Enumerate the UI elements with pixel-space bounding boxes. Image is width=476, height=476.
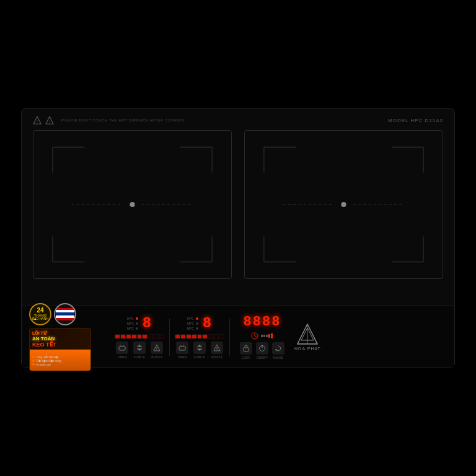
right-level-label-1: HPC — [187, 317, 194, 320]
separator-2 — [229, 319, 230, 356]
right-timer-btn[interactable]: TIMER — [176, 342, 188, 359]
right-seg-8 — [214, 335, 218, 338]
right-level-dot-1 — [196, 317, 198, 320]
left-level-label-3: MFC — [127, 327, 134, 330]
left-level-label-2: MFC — [127, 322, 134, 325]
right-burner-section: HPC MFC MFC 8 — [175, 315, 224, 359]
left-timer-btn[interactable]: TIMER — [116, 342, 128, 359]
right-boost-btn[interactable]: BOOST — [211, 342, 223, 359]
left-level-dot-3 — [136, 327, 138, 330]
left-timer-label: TIMER — [117, 355, 127, 359]
thailand-flag — [56, 308, 74, 320]
right-timer-icon — [176, 342, 188, 354]
svg-text:!: ! — [37, 119, 38, 124]
warning-triangle2-icon: ! — [45, 116, 54, 125]
right-timer-label: TIMER — [177, 355, 187, 359]
left-seg-4 — [132, 335, 136, 338]
right-power-bar — [175, 334, 224, 339]
right-func-btn[interactable]: FUNC.F — [193, 342, 206, 359]
svg-rect-51 — [271, 333, 273, 338]
svg-text:!: ! — [49, 119, 50, 124]
left-func-btn[interactable]: FUNC.F — [133, 342, 146, 359]
badge-row-top: 24 THÁNG BẢO HÀNH — [29, 303, 110, 325]
left-digit-display: 8 — [142, 315, 152, 332]
right-seg-7 — [208, 335, 213, 338]
pause-icon — [272, 342, 284, 355]
timer-display: 8888 — [244, 314, 281, 330]
svg-point-23 — [341, 202, 346, 207]
left-burner-buttons: TIMER FUNC.F BOOST — [116, 342, 163, 359]
warning-triangle-icon: ! — [33, 116, 42, 125]
lock-icon — [240, 342, 252, 355]
svg-rect-48 — [263, 335, 265, 337]
warning-text: PLEASE DON'T TOUCH THE HOT SURFACE AFTER… — [61, 118, 185, 122]
right-zone — [244, 130, 443, 279]
left-seg-7 — [148, 335, 152, 338]
right-control-buttons: LOCK ON/OFF PAUSE — [240, 342, 284, 359]
left-func-icon — [133, 342, 146, 354]
left-level-dot-2 — [136, 322, 138, 325]
left-timer-icon — [116, 342, 128, 354]
left-seg-3 — [126, 335, 131, 338]
right-seg-5 — [198, 335, 202, 338]
brand-name: HOA PHAT — [294, 346, 321, 351]
promo-item-3: An toàn cao — [32, 363, 88, 366]
promo-items: Tăng tuổi thọ bếp Tiết kiệm điện năng An… — [32, 356, 88, 367]
left-func-label: FUNC.F — [134, 355, 145, 359]
left-boost-icon — [151, 342, 163, 354]
left-zone — [33, 130, 232, 279]
left-power-track — [115, 334, 164, 339]
right-level-indicators: HPC MFC MFC — [187, 317, 198, 330]
svg-marker-40 — [198, 345, 201, 346]
left-seg-2 — [121, 335, 125, 338]
svg-rect-47 — [261, 335, 263, 337]
left-boost-btn[interactable]: BOOST — [151, 342, 163, 359]
left-burner-display: HPC MFC MFC 8 — [127, 315, 152, 332]
timer-bars-icon — [261, 333, 273, 338]
svg-rect-26 — [119, 346, 125, 350]
promo-title: LÕI TỪ — [32, 331, 88, 336]
cooktop: ! ! PLEASE DON'T TOUCH THE HOT SURFACE A… — [21, 108, 455, 368]
model-text: MODEL HPC D21A2 — [388, 118, 443, 123]
svg-line-46 — [255, 336, 257, 337]
svg-point-12 — [130, 202, 134, 207]
warranty-badge: 24 THÁNG BẢO HÀNH — [29, 303, 51, 325]
left-seg-8 — [154, 335, 158, 338]
warranty-label: BẢO HÀNH — [32, 317, 48, 320]
right-boost-icon — [211, 342, 223, 354]
warning-icons: ! ! PLEASE DON'T TOUCH THE HOT SURFACE A… — [33, 116, 185, 125]
promo-item-2: Tiết kiệm điện năng — [32, 359, 88, 363]
right-func-icon — [193, 342, 206, 354]
svg-marker-31 — [138, 345, 141, 346]
left-seg-5 — [138, 335, 142, 338]
right-burner-buttons: TIMER FUNC.F BOOST — [176, 342, 223, 359]
svg-marker-41 — [198, 349, 201, 351]
pause-label: PAUSE — [273, 356, 284, 359]
left-power-bar — [115, 334, 164, 339]
lock-btn[interactable]: LOCK — [240, 342, 252, 359]
right-zone-lines — [245, 131, 443, 278]
lock-label: LOCK — [242, 356, 250, 359]
promo-item-1: Tăng tuổi thọ bếp — [32, 356, 88, 359]
right-power-track — [175, 334, 224, 339]
pause-btn[interactable]: PAUSE — [272, 342, 284, 359]
right-level-dot-3 — [196, 327, 198, 330]
right-burner-display: HPC MFC MFC 8 — [187, 315, 212, 332]
onoff-label: ON/OFF — [257, 356, 268, 359]
right-seg-1 — [175, 335, 180, 338]
logo-area: HOA PHAT — [294, 323, 321, 351]
warranty-years: 24 — [37, 307, 43, 314]
control-panel: 24 THÁNG BẢO HÀNH — [22, 306, 454, 368]
right-level-label-2: MFC — [187, 322, 194, 325]
svg-rect-52 — [244, 348, 249, 351]
left-boost-label: BOOST — [151, 355, 162, 359]
left-seg-6 — [143, 335, 147, 338]
power-icon — [256, 342, 268, 355]
onoff-btn[interactable]: ON/OFF — [256, 342, 268, 359]
promo-item-text-1: Tăng tuổi thọ bếp — [36, 356, 59, 359]
hoa-phat-logo-icon — [296, 323, 319, 345]
zones-area — [33, 130, 443, 279]
promo-subtitle: AN TOÀN — [32, 336, 88, 342]
right-func-label: FUNC.F — [194, 355, 205, 359]
right-seg-6 — [203, 335, 207, 338]
